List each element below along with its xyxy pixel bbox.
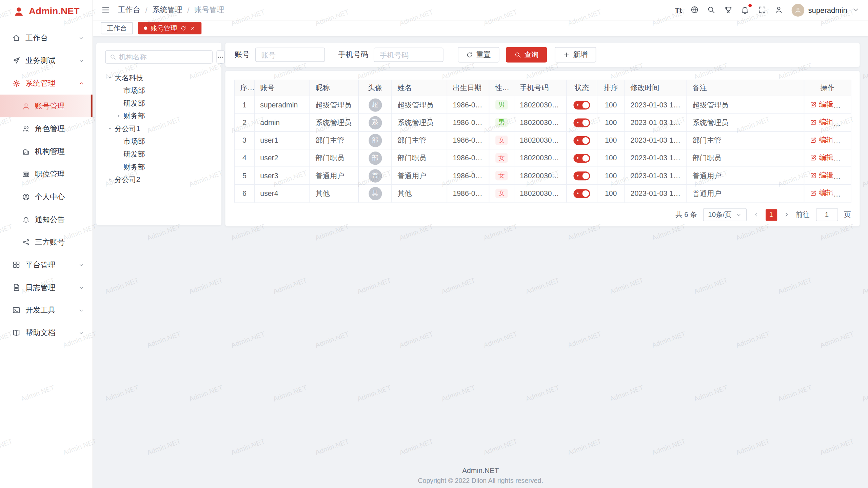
cell-phone: 18020030720 [514,114,567,131]
globe-icon[interactable] [690,6,699,14]
goto-page-input[interactable] [816,208,838,221]
sidebar-subitem-bell[interactable]: 通知公告 [0,208,93,231]
footer-copyright: Copyright © 2022 Dilon All rights reserv… [93,477,868,485]
cell-gender: 女 [489,167,514,184]
sidebar-item-book[interactable]: 帮助文档 [0,322,93,344]
page-1-button[interactable]: 1 [765,209,777,220]
avatar: 系 [369,116,382,129]
cell-remark: 系统管理员 [687,114,804,131]
tree-node[interactable]: 分公司1 [105,122,216,135]
tree-node[interactable]: 研发部 [105,148,216,161]
tree-node[interactable]: 大名科技 [105,72,216,84]
search-icon[interactable] [707,6,716,14]
tree-node[interactable]: 分公司2 [105,173,216,186]
caret-right-icon[interactable] [114,114,123,119]
sidebar-subitem-label: 角色管理 [35,124,65,134]
breadcrumb: 工作台/系统管理/账号管理 [118,5,675,15]
profile-icon[interactable] [775,6,783,14]
edit-button[interactable]: 编辑 [810,100,833,109]
sidebar-subitem-profile[interactable]: 个人中心 [0,185,93,208]
sidebar-subitem-user[interactable]: 账号管理 [0,95,93,117]
logo[interactable]: Admin.NET [0,0,93,23]
status-toggle[interactable] [573,171,590,180]
cell-phone: 18020030720 [514,184,567,202]
hamburger-menu-icon[interactable] [101,5,110,14]
trophy-icon[interactable] [724,6,732,14]
cell-phone: 18020030720 [514,167,567,184]
sidebar-subitem-building[interactable]: 机构管理 [0,140,93,163]
cell-account: user4 [254,184,310,202]
topbar: 工作台/系统管理/账号管理 Tt superadmin [93,0,868,20]
caret-down-icon[interactable] [105,126,115,131]
notification-bell-icon[interactable] [741,6,749,14]
status-toggle[interactable] [573,136,590,145]
add-button[interactable]: 新增 [555,47,596,63]
cell-gender: 女 [489,184,514,202]
prev-page-button[interactable] [753,211,760,218]
tree-node[interactable]: 市场部 [105,135,216,148]
cell-actions: 编辑 [804,114,851,131]
cell-status [567,184,597,202]
table-row: 3user1部门主管部部门主管1986-06-28女18020030720100… [234,131,851,149]
edit-button[interactable]: 编辑 [810,188,833,198]
sidebar-item-doc[interactable]: 日志管理 [0,276,93,299]
next-page-button[interactable] [783,211,790,218]
edit-button[interactable]: 编辑 [810,135,833,145]
sidebar-item-gear[interactable]: 系统管理 [0,72,93,95]
status-toggle[interactable] [573,101,590,109]
search-label: 查询 [524,50,538,60]
status-toggle[interactable] [573,189,590,198]
sidebar-item-home[interactable]: 工作台 [0,26,93,49]
chevron-up-icon [78,80,85,87]
topbar-icon-group: Tt [675,6,784,14]
status-toggle[interactable] [573,118,590,127]
sidebar-item-send[interactable]: 业务测试 [0,49,93,72]
tree-node[interactable]: 研发部 [105,97,216,110]
tree-node-label: 大名科技 [115,73,143,83]
bell-icon [22,216,30,223]
sidebar-subitem-idcard[interactable]: 职位管理 [0,163,93,185]
status-toggle[interactable] [573,154,590,163]
sidebar-subitem-share[interactable]: 三方账号 [0,231,93,253]
tree-node-label: 财务部 [123,111,145,121]
org-search-input[interactable] [119,53,208,61]
sidebar-subitem-label: 职位管理 [35,169,65,179]
edit-button[interactable]: 编辑 [810,170,833,180]
column-header: 性别 [489,80,514,96]
tree-node[interactable]: 财务部 [105,160,216,173]
tab-account-management[interactable]: 账号管理 [138,22,202,34]
edit-icon [810,119,817,126]
org-more-button[interactable] [216,50,224,64]
org-panel: 大名科技市场部研发部财务部分公司1市场部研发部财务部分公司2 [96,43,221,225]
user-menu[interactable]: superadmin [792,4,860,17]
breadcrumb-item[interactable]: 系统管理 [152,5,182,15]
org-search-box [105,50,213,64]
sidebar-item-tools[interactable]: 开发工具 [0,299,93,322]
column-header: 昵称 [310,80,358,96]
cell-name: 部门职员 [392,149,447,167]
grid-icon [12,261,20,269]
reset-button[interactable]: 重置 [458,47,499,63]
account-input[interactable] [255,47,325,62]
edit-button[interactable]: 编辑 [810,117,833,127]
tab-close-icon[interactable] [190,25,195,31]
caret-right-icon[interactable] [105,177,115,182]
sidebar-subitem-role[interactable]: 角色管理 [0,117,93,140]
edit-button[interactable]: 编辑 [810,153,833,163]
search-button[interactable]: 查询 [506,47,547,63]
cell-birthday: 1986-06-28 [447,184,489,202]
tab-active-dot [144,26,147,30]
tree-node-label: 研发部 [123,98,145,108]
home-icon [12,34,20,42]
tab-workbench[interactable]: 工作台 [101,22,133,34]
caret-down-icon[interactable] [105,75,115,80]
tab-refresh-icon[interactable] [180,25,186,31]
phone-input[interactable] [374,47,443,62]
text-size-icon[interactable]: Tt [675,6,682,14]
breadcrumb-item[interactable]: 工作台 [118,5,140,15]
fullscreen-icon[interactable] [758,6,766,14]
tree-node[interactable]: 市场部 [105,84,216,97]
tree-node[interactable]: 财务部 [105,109,216,122]
page-size-select[interactable]: 10条/页 [703,208,747,221]
sidebar-item-grid[interactable]: 平台管理 [0,253,93,276]
